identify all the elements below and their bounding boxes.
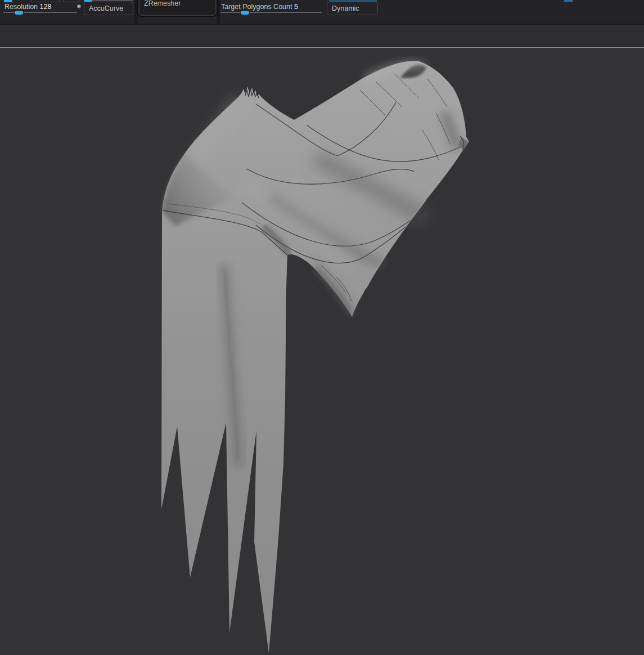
target-polygons-value: 5: [294, 3, 298, 11]
resolution-value: 128: [40, 3, 52, 11]
resolution-slider-handle[interactable]: [15, 11, 23, 15]
cloth-drape-mesh[interactable]: [161, 61, 469, 653]
target-polygons-slider-handle[interactable]: [241, 11, 249, 15]
toolbar-separator-2: [217, 0, 220, 25]
target-polygons-slider-track[interactable]: [220, 12, 322, 13]
resolution-slider-label: Resolution 128: [4, 3, 51, 11]
accucurve-button[interactable]: AccuCurve: [84, 2, 133, 15]
target-polygons-slider-label: Target Polygons Count 5: [221, 3, 298, 11]
resolution-radio-button[interactable]: [76, 4, 82, 9]
partial-slider-handle-left[interactable]: [4, 0, 12, 2]
toolbar-lower-band: [0, 27, 644, 48]
zremesher-button-label: ZRemesher: [144, 0, 181, 7]
dynamic-button[interactable]: Dynamic: [327, 2, 378, 15]
toolbar-separator-1: [134, 0, 138, 25]
target-polygons-label-text: Target Polygons Count: [221, 3, 292, 11]
partial-button-1[interactable]: [31, 0, 60, 2]
zremesher-button[interactable]: ZRemesher: [138, 0, 217, 16]
resolution-label-text: Resolution: [4, 3, 38, 11]
top-toolbar: Resolution 128 AccuCurve ZRemesher Targe…: [0, 0, 644, 25]
partial-button-2[interactable]: [63, 0, 79, 2]
partial-slider-handle-right[interactable]: [564, 0, 573, 2]
partial-slider-track-accucurve[interactable]: [92, 1, 133, 1]
resolution-slider-track[interactable]: [3, 12, 77, 13]
sculpt-viewport[interactable]: [0, 48, 644, 655]
viewport-canvas[interactable]: [0, 48, 644, 655]
